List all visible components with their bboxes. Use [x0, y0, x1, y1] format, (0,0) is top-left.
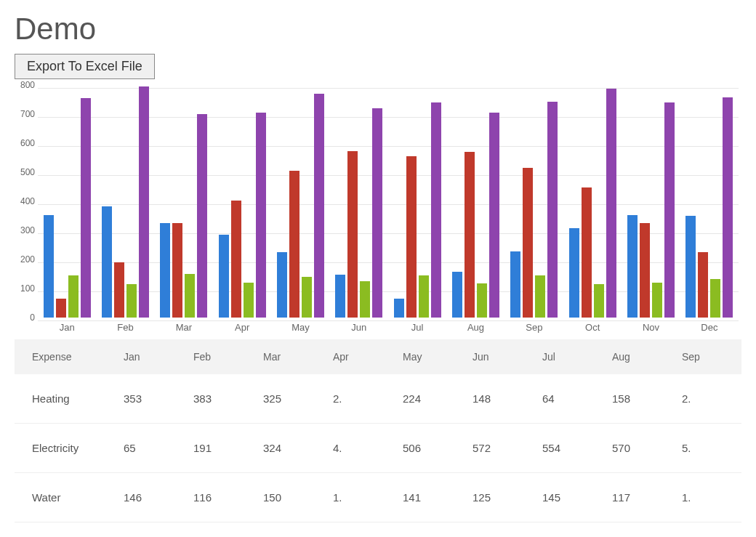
cell: 158: [605, 381, 675, 416]
bar-series4-sep: [547, 102, 558, 318]
cell: 1.: [675, 480, 744, 515]
table-row: Water1461161501.1411251451171.: [15, 473, 741, 522]
table-header-jun[interactable]: Jun: [465, 339, 535, 374]
cell: 383: [186, 381, 256, 416]
table-header-sep[interactable]: Sep: [675, 339, 744, 374]
table-header-may[interactable]: May: [395, 339, 465, 374]
bar-water-dec: [710, 279, 720, 318]
y-tick-label: 500: [15, 167, 35, 177]
export-button[interactable]: Export To Excel File: [15, 54, 155, 79]
x-tick-label: May: [291, 322, 310, 333]
cell: 117: [605, 480, 675, 515]
cell: 572: [465, 430, 535, 466]
bar-series4-apr: [256, 113, 266, 318]
bar-electricity-aug: [465, 152, 475, 318]
bar-water-may: [302, 277, 312, 318]
bar-water-feb: [126, 284, 137, 318]
bar-electricity-jul: [406, 156, 417, 318]
cell: 324: [256, 430, 326, 466]
table-header-apr[interactable]: Apr: [326, 339, 395, 374]
bar-electricity-mar: [172, 223, 182, 318]
cell: 2.: [326, 381, 395, 416]
bar-electricity-apr: [231, 201, 241, 318]
row-label: Heating: [15, 381, 116, 416]
bar-series4-jul: [431, 102, 441, 318]
bar-heating-sep: [510, 251, 520, 318]
bar-series4-nov: [664, 102, 675, 318]
bar-water-oct: [594, 284, 604, 318]
cell: 64: [535, 381, 605, 416]
cell: 116: [186, 480, 256, 515]
bar-water-jun: [360, 281, 370, 318]
bar-electricity-may: [289, 171, 299, 318]
cell: 65: [116, 430, 186, 466]
page-title: Demo: [15, 12, 741, 47]
cell: 150: [256, 480, 326, 515]
bar-series4-jun: [372, 108, 382, 318]
cell: 554: [535, 430, 605, 466]
x-tick-label: Feb: [117, 322, 133, 333]
bar-heating-oct: [569, 228, 579, 318]
row-label: Water: [15, 480, 116, 515]
cell: 2.: [675, 381, 744, 416]
table-header: ExpenseJanFebMarAprMayJunJulAugSep: [15, 339, 741, 374]
cell: 4.: [326, 430, 395, 466]
bar-water-jul: [419, 275, 429, 318]
bar-heating-may: [277, 252, 287, 318]
cell: 145: [535, 480, 605, 515]
y-tick-label: 800: [15, 80, 35, 90]
table-header-aug[interactable]: Aug: [605, 339, 675, 374]
x-tick-label: Dec: [701, 322, 717, 333]
table-header-expense: Expense: [15, 339, 116, 374]
table-header-mar[interactable]: Mar: [256, 339, 326, 374]
cell: 1.: [326, 480, 395, 515]
x-tick-label: Jan: [60, 322, 75, 333]
table-row: Heating3533833252.224148641582.: [15, 374, 741, 424]
bar-series4-dec: [723, 97, 733, 318]
bar-electricity-nov: [640, 223, 650, 318]
cell: 570: [605, 430, 675, 466]
cell: 5.: [675, 430, 744, 466]
bar-heating-jun: [335, 275, 345, 318]
bar-electricity-dec: [698, 252, 708, 318]
x-tick-label: Apr: [235, 322, 249, 333]
bar-heating-jul: [394, 299, 404, 318]
bar-electricity-sep: [523, 168, 533, 318]
y-tick-label: 0: [15, 312, 35, 323]
cell: 353: [116, 381, 186, 416]
cell: 146: [116, 480, 186, 515]
row-label: Electricity: [15, 430, 116, 466]
cell: 325: [256, 381, 326, 416]
bar-series4-jan: [81, 98, 91, 318]
bar-series4-oct: [606, 89, 616, 318]
bar-chart: 0100200300400500600700800 JanFebMarAprMa…: [15, 82, 741, 335]
y-tick-label: 700: [15, 109, 35, 119]
bar-water-mar: [185, 274, 195, 318]
data-table: ExpenseJanFebMarAprMayJunJulAugSep Heati…: [15, 339, 741, 522]
bar-heating-mar: [160, 223, 170, 318]
y-tick-label: 300: [15, 225, 35, 235]
x-tick-label: Sep: [526, 322, 542, 333]
cell: 141: [395, 480, 465, 515]
bar-heating-nov: [627, 215, 638, 318]
table-header-jan[interactable]: Jan: [116, 339, 186, 374]
bar-electricity-feb: [114, 262, 124, 318]
cell: 148: [465, 381, 535, 416]
bar-series4-mar: [197, 114, 207, 318]
bar-heating-apr: [219, 235, 229, 318]
cell: 191: [186, 430, 256, 466]
table-header-feb[interactable]: Feb: [186, 339, 256, 374]
bar-water-aug: [477, 283, 487, 318]
bar-heating-feb: [102, 206, 112, 318]
bar-water-apr: [244, 283, 254, 318]
cell: 506: [395, 430, 465, 466]
x-tick-label: Mar: [176, 322, 192, 333]
y-tick-label: 400: [15, 196, 35, 206]
x-tick-label: Nov: [643, 322, 659, 333]
table-header-jul[interactable]: Jul: [535, 339, 605, 374]
x-tick-label: Jul: [411, 322, 424, 333]
bar-water-nov: [652, 283, 662, 318]
bar-series4-feb: [139, 86, 149, 318]
bar-series4-aug: [489, 113, 499, 318]
y-tick-label: 200: [15, 254, 35, 265]
